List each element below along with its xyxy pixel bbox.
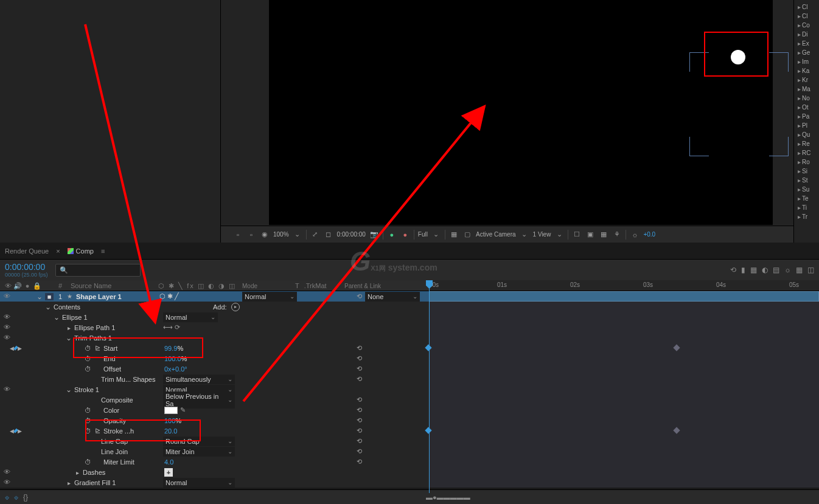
- stopwatch-icon[interactable]: ⏱: [84, 365, 91, 373]
- stopwatch-icon[interactable]: ⏱: [84, 458, 91, 466]
- helmet-icon[interactable]: ◉: [260, 230, 270, 240]
- gradient-mode-dropdown[interactable]: Normal: [163, 478, 235, 488]
- dashes-label[interactable]: Dashes: [83, 469, 105, 476]
- shape-dot[interactable]: [731, 50, 745, 64]
- twirl-icon[interactable]: [45, 303, 51, 311]
- link-icon[interactable]: ⟲: [357, 292, 362, 300]
- pixel-icon[interactable]: ▦: [599, 230, 608, 240]
- shy-icon[interactable]: ⟲: [730, 266, 736, 274]
- camera-label[interactable]: Active Camera: [476, 231, 516, 238]
- toggle-switches-icon[interactable]: ⟐: [5, 493, 9, 502]
- link-icon[interactable]: ⟲: [357, 344, 362, 352]
- trim-start-row[interactable]: ◀▶ ⏱ ⊵ Start 99.9% ⟲: [0, 343, 819, 353]
- effect-category[interactable]: Ex: [795, 39, 818, 48]
- stroke-width-row[interactable]: ◀▶ ⏱ ⊵ Stroke ...h 20.0 ⟲: [0, 426, 819, 436]
- dashes-row[interactable]: 👁 Dashes +: [0, 467, 819, 477]
- link-icon[interactable]: ⟲: [357, 406, 362, 414]
- stopwatch-icon[interactable]: ⏱: [84, 345, 91, 352]
- effect-category[interactable]: Ti: [795, 203, 818, 212]
- timecode-display[interactable]: 0:00:00:00: [5, 262, 48, 272]
- link-icon[interactable]: ⟲: [357, 354, 362, 362]
- trim-shapes-row[interactable]: Trim Mu... Shapes Simultaneously ⟲: [0, 374, 819, 384]
- col-header-parent[interactable]: Parent & Link: [344, 280, 381, 291]
- stroke-label[interactable]: Stroke 1: [74, 386, 99, 393]
- col-header-trkmat[interactable]: .TrkMat: [304, 282, 327, 289]
- exposure-value[interactable]: +0.0: [643, 231, 655, 238]
- chevron-down-icon[interactable]: ⌄: [293, 230, 302, 240]
- end-value[interactable]: 100.0: [164, 355, 181, 362]
- graph-editor-icon[interactable]: ▤: [773, 266, 779, 274]
- link-icon[interactable]: ⟲: [357, 375, 362, 383]
- offset-value[interactable]: 0x+0.0°: [164, 365, 187, 373]
- col-header-source[interactable]: Source Name: [67, 282, 111, 289]
- dot-icon[interactable]: ●: [400, 230, 410, 240]
- toggle-transfer-icon[interactable]: ⟐: [14, 493, 18, 502]
- link-icon[interactable]: ⟲: [357, 447, 362, 455]
- effect-category[interactable]: Te: [795, 194, 818, 203]
- magnify-icon[interactable]: ▫: [233, 230, 243, 240]
- camera-icon[interactable]: 📷: [369, 230, 379, 240]
- effect-category[interactable]: Pl: [795, 121, 818, 130]
- viewer-canvas[interactable]: [269, 0, 773, 225]
- twirl-icon[interactable]: [54, 314, 60, 321]
- effect-category[interactable]: Ma: [795, 85, 818, 94]
- stopwatch-icon[interactable]: ⏱: [84, 427, 91, 435]
- expand-icon[interactable]: ⤢: [310, 230, 320, 240]
- opacity-value[interactable]: 100: [164, 417, 175, 424]
- eye-icon[interactable]: 👁: [4, 334, 12, 342]
- tab-comp[interactable]: Comp: [68, 247, 94, 255]
- effect-category[interactable]: Co: [795, 21, 818, 30]
- gradient-fill-row[interactable]: 👁 Gradient Fill 1 Normal: [0, 477, 819, 488]
- playhead[interactable]: [429, 280, 430, 493]
- effect-category[interactable]: Cl: [795, 2, 818, 12]
- pipe-icon[interactable]: ▮: [741, 266, 745, 274]
- contents-row[interactable]: Contents Add: ▸: [0, 302, 819, 312]
- effect-category[interactable]: Ro: [795, 157, 818, 167]
- chevron-down-icon[interactable]: ⌄: [520, 230, 529, 240]
- start-value[interactable]: 99.9: [164, 345, 177, 352]
- composition-viewer[interactable]: ▫ ▫ ◉ 100% ⌄ ⤢ ◻ 0:00:00:00 📷 ● ● Full ⌄…: [221, 0, 793, 243]
- crop-icon[interactable]: ◻: [324, 230, 333, 240]
- trim-end-row[interactable]: ⏱ End 100.0% ⟲: [0, 353, 819, 364]
- effect-category[interactable]: Pa: [795, 112, 818, 121]
- tab-render-queue[interactable]: Render Queue: [5, 247, 49, 255]
- exposure-icon[interactable]: ☼: [630, 230, 640, 240]
- twirl-icon[interactable]: [74, 469, 80, 476]
- layer-shape[interactable]: 👁 ■ 1 ★ Shape Layer 1 ⬡ ✱ ╱ Normal ⟲ Non…: [0, 291, 819, 302]
- draft3d-icon[interactable]: ◫: [807, 266, 814, 274]
- trim-paths-row[interactable]: 👁 Trim Paths 1: [0, 333, 819, 343]
- effect-category[interactable]: Qu: [795, 130, 818, 139]
- checkerboard-icon[interactable]: ▦: [796, 266, 803, 274]
- switches-display[interactable]: ⬡ ✱ ╱: [159, 292, 179, 300]
- effect-category[interactable]: RC: [795, 148, 818, 157]
- stopwatch-icon[interactable]: ⏱: [84, 417, 91, 424]
- tab-menu-icon[interactable]: ≡: [101, 247, 105, 255]
- effect-category[interactable]: Cl: [795, 12, 818, 21]
- trim-paths-label[interactable]: Trim Paths 1: [74, 334, 112, 342]
- twirl-icon[interactable]: [66, 334, 72, 342]
- frame-blend-icon[interactable]: ▦: [750, 266, 757, 274]
- color-row[interactable]: ⏱ Color ✎ ⟲: [0, 405, 819, 415]
- ellipse-row[interactable]: 👁 Ellipse 1 Normal: [0, 312, 819, 322]
- ellipse-label[interactable]: Ellipse 1: [62, 314, 88, 321]
- stroke-row[interactable]: 👁 Stroke 1 Normal: [0, 384, 819, 395]
- motion-blur-icon[interactable]: ◐: [762, 266, 768, 274]
- eye-icon[interactable]: 👁: [4, 313, 12, 322]
- miter-limit-value[interactable]: 4.0: [164, 458, 173, 466]
- chevron-down-icon[interactable]: ⌄: [431, 230, 441, 240]
- effect-category[interactable]: Ot: [795, 103, 818, 112]
- line-cap-dropdown[interactable]: Round Cap: [163, 437, 235, 446]
- effect-category[interactable]: Di: [795, 30, 818, 39]
- color-swatch[interactable]: [164, 407, 178, 414]
- shapes-dropdown[interactable]: Simultaneously: [163, 375, 235, 384]
- layer-name[interactable]: Shape Layer 1: [75, 293, 122, 300]
- gradient-fill-label[interactable]: Gradient Fill 1: [74, 479, 116, 486]
- line-join-row[interactable]: Line Join Miter Join ⟲: [0, 446, 819, 457]
- twirl-icon[interactable]: [66, 479, 72, 486]
- effect-category[interactable]: Ka: [795, 66, 818, 75]
- effect-category[interactable]: Si: [795, 167, 818, 176]
- link-icon[interactable]: ⟲: [357, 458, 362, 466]
- opacity-row[interactable]: ⏱ Opacity 100% ⟲: [0, 415, 819, 426]
- eye-col-icon[interactable]: 👁: [4, 282, 12, 290]
- zoom-label[interactable]: 100%: [273, 231, 289, 238]
